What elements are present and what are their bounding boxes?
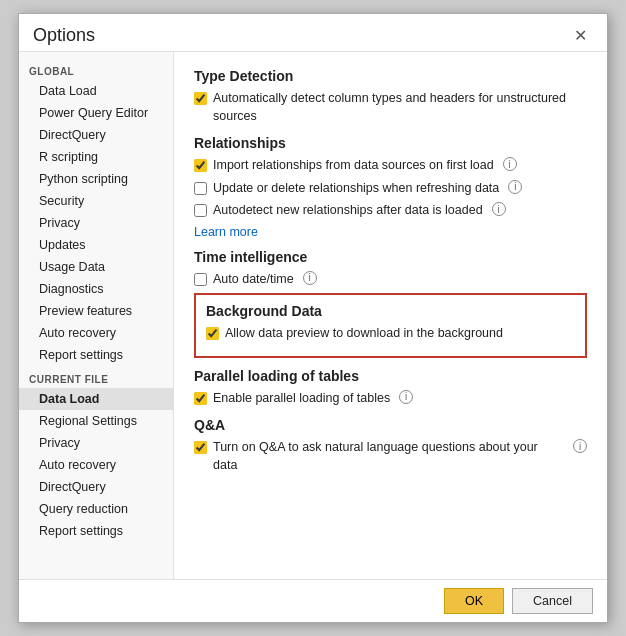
background-data-title: Background Data — [206, 303, 575, 319]
import-relationships-info-icon[interactable]: i — [503, 157, 517, 171]
auto-detect-row: Automatically detect column types and he… — [194, 90, 587, 125]
close-button[interactable]: ✕ — [568, 24, 593, 47]
allow-background-preview-checkbox[interactable] — [206, 327, 219, 340]
relationships-title: Relationships — [194, 135, 587, 151]
type-detection-title: Type Detection — [194, 68, 587, 84]
autodetect-relationships-checkbox[interactable] — [194, 204, 207, 217]
qna-title: Q&A — [194, 417, 587, 433]
sidebar-item-privacy-current[interactable]: Privacy — [19, 432, 173, 454]
auto-detect-checkbox[interactable] — [194, 92, 207, 105]
import-relationships-label: Import relationships from data sources o… — [213, 157, 494, 175]
dialog-body: GLOBAL Data Load Power Query Editor Dire… — [19, 51, 607, 579]
import-relationships-row: Import relationships from data sources o… — [194, 157, 587, 175]
enable-parallel-checkbox[interactable] — [194, 392, 207, 405]
sidebar-item-python-scripting[interactable]: Python scripting — [19, 168, 173, 190]
dialog-titlebar: Options ✕ — [19, 14, 607, 51]
auto-date-time-checkbox[interactable] — [194, 273, 207, 286]
dialog-title: Options — [33, 25, 95, 46]
sidebar-item-auto-recovery-global[interactable]: Auto recovery — [19, 322, 173, 344]
sidebar-item-preview-features[interactable]: Preview features — [19, 300, 173, 322]
allow-background-preview-label: Allow data preview to download in the ba… — [225, 325, 503, 343]
cancel-button[interactable]: Cancel — [512, 588, 593, 614]
parallel-loading-title: Parallel loading of tables — [194, 368, 587, 384]
import-relationships-checkbox[interactable] — [194, 159, 207, 172]
turn-on-qna-checkbox[interactable] — [194, 441, 207, 454]
sidebar-item-auto-recovery-current[interactable]: Auto recovery — [19, 454, 173, 476]
dialog-footer: OK Cancel — [19, 579, 607, 622]
turn-on-qna-row: Turn on Q&A to ask natural language ques… — [194, 439, 587, 474]
allow-background-preview-row: Allow data preview to download in the ba… — [206, 325, 575, 343]
auto-date-time-row: Auto date/time i — [194, 271, 587, 289]
sidebar-item-data-load-global[interactable]: Data Load — [19, 80, 173, 102]
time-intelligence-title: Time intelligence — [194, 249, 587, 265]
sidebar-item-r-scripting[interactable]: R scripting — [19, 146, 173, 168]
turn-on-qna-label: Turn on Q&A to ask natural language ques… — [213, 439, 564, 474]
sidebar-item-directquery-global[interactable]: DirectQuery — [19, 124, 173, 146]
enable-parallel-row: Enable parallel loading of tables i — [194, 390, 587, 408]
sidebar-item-directquery-current[interactable]: DirectQuery — [19, 476, 173, 498]
update-delete-relationships-label: Update or delete relationships when refr… — [213, 180, 499, 198]
sidebar-item-diagnostics[interactable]: Diagnostics — [19, 278, 173, 300]
auto-date-time-label: Auto date/time — [213, 271, 294, 289]
update-delete-relationships-row: Update or delete relationships when refr… — [194, 180, 587, 198]
sidebar-item-data-load-current[interactable]: Data Load — [19, 388, 173, 410]
options-dialog: Options ✕ GLOBAL Data Load Power Query E… — [18, 13, 608, 623]
enable-parallel-label: Enable parallel loading of tables — [213, 390, 390, 408]
qna-info-icon[interactable]: i — [573, 439, 587, 453]
sidebar-item-updates[interactable]: Updates — [19, 234, 173, 256]
update-delete-relationships-info-icon[interactable]: i — [508, 180, 522, 194]
sidebar: GLOBAL Data Load Power Query Editor Dire… — [19, 52, 174, 579]
auto-detect-label: Automatically detect column types and he… — [213, 90, 587, 125]
enable-parallel-info-icon[interactable]: i — [399, 390, 413, 404]
main-content: Type Detection Automatically detect colu… — [174, 52, 607, 579]
sidebar-item-privacy-global[interactable]: Privacy — [19, 212, 173, 234]
sidebar-item-usage-data[interactable]: Usage Data — [19, 256, 173, 278]
learn-more-link[interactable]: Learn more — [194, 225, 587, 239]
sidebar-item-report-settings-global[interactable]: Report settings — [19, 344, 173, 366]
global-section-label: GLOBAL — [19, 58, 173, 80]
background-data-box: Background Data Allow data preview to do… — [194, 293, 587, 358]
autodetect-relationships-row: Autodetect new relationships after data … — [194, 202, 587, 220]
sidebar-item-query-reduction[interactable]: Query reduction — [19, 498, 173, 520]
autodetect-relationships-label: Autodetect new relationships after data … — [213, 202, 483, 220]
sidebar-item-security[interactable]: Security — [19, 190, 173, 212]
sidebar-item-regional-settings[interactable]: Regional Settings — [19, 410, 173, 432]
sidebar-item-report-settings-current[interactable]: Report settings — [19, 520, 173, 542]
auto-date-time-info-icon[interactable]: i — [303, 271, 317, 285]
current-file-section-label: CURRENT FILE — [19, 366, 173, 388]
sidebar-item-power-query-editor[interactable]: Power Query Editor — [19, 102, 173, 124]
update-delete-relationships-checkbox[interactable] — [194, 182, 207, 195]
autodetect-relationships-info-icon[interactable]: i — [492, 202, 506, 216]
ok-button[interactable]: OK — [444, 588, 504, 614]
